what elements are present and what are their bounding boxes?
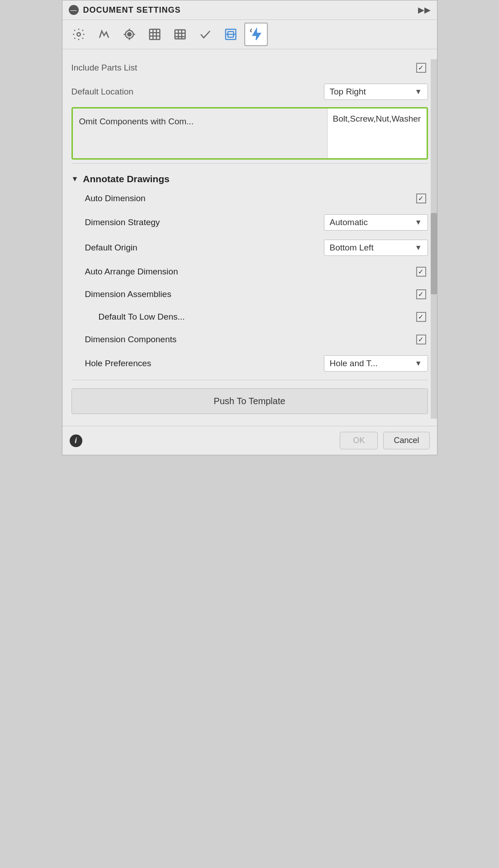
dimension-assemblies-label: Dimension Assemblies [85, 289, 171, 299]
layout-button[interactable] [219, 23, 242, 46]
omit-components-row: Omit Components with Com... Bolt,Screw,N… [71, 107, 428, 160]
dimension-button[interactable] [143, 23, 166, 46]
checkmark-button[interactable] [194, 23, 217, 46]
svg-rect-8 [175, 30, 185, 39]
panel-title: DOCUMENT SETTINGS [83, 5, 181, 15]
dimension-components-label: Dimension Components [85, 335, 177, 344]
annotate-drawings-header: ▼ Annotate Drawings [71, 167, 428, 187]
fast-forward-icon[interactable]: ▶▶ [418, 5, 431, 15]
bottom-buttons: OK Cancel [340, 432, 429, 449]
dimension-strategy-row: Dimension Strategy Automatic ▼ [71, 210, 428, 235]
include-parts-list-checkbox[interactable] [416, 63, 426, 73]
default-origin-dropdown[interactable]: Bottom Left ▼ [324, 240, 428, 256]
auto-dimension-checkbox[interactable] [416, 193, 426, 203]
dimension-assemblies-checkbox[interactable] [416, 289, 426, 299]
svg-rect-3 [149, 29, 160, 40]
annotation-button[interactable] [92, 23, 116, 46]
hole-preferences-label: Hole Preferences [85, 359, 152, 368]
auto-arrange-checkbox-wrap[interactable] [414, 265, 428, 278]
default-low-dens-checkbox-wrap[interactable] [414, 310, 428, 324]
dimension-components-checkbox[interactable] [416, 335, 426, 344]
include-parts-list-label: Include Parts List [71, 63, 138, 73]
toolbar [62, 20, 437, 49]
default-location-dropdown[interactable]: Top Right ▼ [324, 84, 428, 100]
default-location-row: Default Location Top Right ▼ [71, 79, 428, 104]
hole-preferences-dropdown[interactable]: Hole and T... ▼ [324, 355, 428, 372]
ok-button[interactable]: OK [340, 432, 378, 449]
annotate-drawings-label: Annotate Drawings [83, 174, 169, 184]
view-button[interactable] [118, 23, 141, 46]
bottom-bar: i OK Cancel [62, 426, 437, 455]
default-location-label: Default Location [71, 87, 133, 97]
default-low-dens-label: Default To Low Dens... [99, 312, 185, 322]
section-triangle-icon: ▼ [71, 175, 79, 183]
scrollbar[interactable] [431, 59, 437, 419]
info-icon[interactable]: i [70, 434, 82, 447]
default-origin-row: Default Origin Bottom Left ▼ [71, 235, 428, 260]
scrollbar-thumb[interactable] [431, 213, 437, 294]
table-button[interactable] [168, 23, 192, 46]
svg-point-0 [77, 33, 81, 36]
auto-dimension-row: Auto Dimension [71, 187, 428, 210]
divider-1 [71, 163, 428, 164]
auto-arrange-dimension-row: Auto Arrange Dimension [71, 260, 428, 283]
auto-arrange-dimension-label: Auto Arrange Dimension [85, 267, 178, 277]
svg-point-2 [128, 33, 131, 36]
default-origin-label: Default Origin [85, 243, 138, 253]
include-parts-list-row: Include Parts List [71, 57, 428, 79]
minimize-icon[interactable] [69, 5, 79, 15]
document-settings-panel: DOCUMENT SETTINGS ▶▶ [62, 0, 437, 455]
hole-preferences-value: Hole and T... [330, 359, 378, 368]
dimension-components-row: Dimension Components [71, 328, 428, 351]
default-low-dens-checkbox[interactable] [416, 312, 426, 322]
auto-dimension-label: Auto Dimension [85, 193, 146, 203]
default-origin-value: Bottom Left [330, 243, 374, 253]
default-location-value: Top Right [330, 87, 366, 97]
cancel-button[interactable]: Cancel [383, 432, 429, 449]
omit-components-label: Omit Components with Com... [73, 108, 327, 158]
hole-preferences-arrow: ▼ [415, 359, 422, 368]
default-location-arrow: ▼ [415, 88, 422, 96]
omit-components-input[interactable]: Bolt,Screw,Nut,Washer [327, 108, 427, 158]
push-to-template-button[interactable]: Push To Template [71, 388, 428, 414]
gear-button[interactable] [67, 23, 90, 46]
dimension-assemblies-row: Dimension Assemblies [71, 283, 428, 306]
divider-2 [71, 380, 428, 380]
lightning-button[interactable] [244, 23, 268, 46]
default-low-dens-row: Default To Low Dens... [71, 306, 428, 328]
title-bar-left: DOCUMENT SETTINGS [69, 5, 181, 15]
dimension-strategy-label: Dimension Strategy [85, 217, 160, 227]
hole-preferences-row: Hole Preferences Hole and T... ▼ [71, 351, 428, 376]
auto-arrange-checkbox[interactable] [416, 267, 426, 277]
auto-dimension-checkbox-wrap[interactable] [414, 192, 428, 205]
dimension-assemblies-checkbox-wrap[interactable] [414, 288, 428, 301]
include-parts-list-checkbox-wrap[interactable] [414, 61, 428, 75]
dimension-strategy-arrow: ▼ [415, 218, 422, 226]
dimension-strategy-dropdown[interactable]: Automatic ▼ [324, 214, 428, 231]
dimension-components-checkbox-wrap[interactable] [414, 333, 428, 346]
default-origin-arrow: ▼ [415, 244, 422, 252]
settings-content: Include Parts List Default Location Top … [62, 49, 437, 426]
dimension-strategy-value: Automatic [330, 217, 368, 227]
title-bar: DOCUMENT SETTINGS ▶▶ [62, 0, 437, 20]
